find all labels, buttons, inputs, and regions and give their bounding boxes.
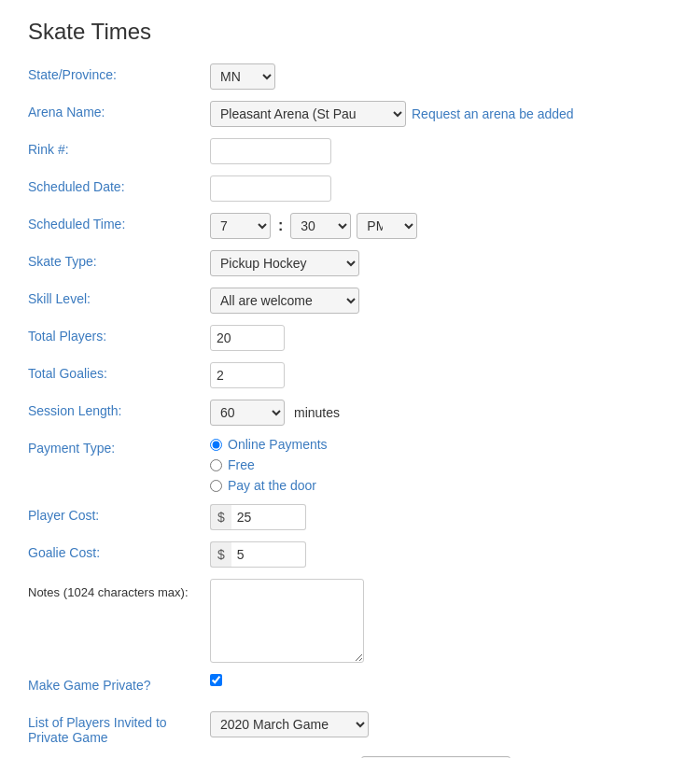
payment-door-option[interactable]: Pay at the door xyxy=(210,478,328,493)
minutes-label: minutes xyxy=(294,405,340,420)
time-hour-select[interactable]: 7 1234 5689 101112 xyxy=(210,213,271,239)
goalies-input[interactable] xyxy=(210,362,285,388)
rink-label: Rink #: xyxy=(28,138,210,157)
rink-input[interactable] xyxy=(210,138,331,164)
state-label: State/Province: xyxy=(28,63,210,82)
players-label: Total Players: xyxy=(28,325,210,344)
session-select[interactable]: 30 45 60 75 90 120 xyxy=(210,400,285,426)
payment-free-radio[interactable] xyxy=(210,459,222,471)
goalie-cost-label: Goalie Cost: xyxy=(28,541,210,560)
private-list-select[interactable]: 2020 March Game Other List xyxy=(210,711,369,737)
payment-door-label: Pay at the door xyxy=(228,478,316,493)
payment-radio-group: Online Payments Free Pay at the door xyxy=(210,437,328,493)
payment-online-label: Online Payments xyxy=(228,437,328,452)
goalies-label: Total Goalies: xyxy=(28,362,210,381)
skate-type-label: Skate Type: xyxy=(28,250,210,269)
goalie-cost-wrap: $ xyxy=(210,541,306,568)
payment-free-label: Free xyxy=(228,457,255,472)
payment-online-option[interactable]: Online Payments xyxy=(210,437,328,452)
player-cost-input[interactable] xyxy=(231,504,306,530)
private-checkbox[interactable] xyxy=(210,674,222,686)
payment-free-option[interactable]: Free xyxy=(210,457,328,472)
players-input[interactable] xyxy=(210,325,285,351)
payment-door-radio[interactable] xyxy=(210,480,222,492)
date-input[interactable]: 03/20/2020 xyxy=(210,175,331,202)
time-ampm-select[interactable]: AM PM xyxy=(357,213,417,239)
time-label: Scheduled Time: xyxy=(28,213,210,232)
page-title: Skate Times xyxy=(28,19,672,45)
payment-label: Payment Type: xyxy=(28,437,210,456)
private-label: Make Game Private? xyxy=(28,674,210,693)
date-label: Scheduled Date: xyxy=(28,175,210,194)
skill-select[interactable]: All are welcome Beginner Intermediate Ad… xyxy=(210,288,359,314)
arena-label: Arena Name: xyxy=(28,101,210,119)
skill-label: Skill Level: xyxy=(28,288,210,306)
time-min-select[interactable]: 30 001545 xyxy=(290,213,351,239)
player-cost-label: Player Cost: xyxy=(28,504,210,523)
private-list-label: List of Players Invited to Private Game xyxy=(28,711,210,745)
state-select[interactable]: MN WI IL ND SD xyxy=(210,63,275,90)
notes-textarea[interactable] xyxy=(210,579,364,663)
payment-online-radio[interactable] xyxy=(210,439,222,451)
arena-select[interactable]: Pleasant Arena (St Pau xyxy=(210,101,406,127)
goalie-cost-input[interactable] xyxy=(231,541,306,568)
skate-type-select[interactable]: Pickup Hockey Figure Skating Open Skate … xyxy=(210,250,359,276)
notes-suffix: (1024 characters max): xyxy=(63,585,189,599)
player-cost-wrap: $ xyxy=(210,504,306,530)
notes-label: Notes (1024 characters max): xyxy=(28,579,210,599)
goalie-cost-dollar: $ xyxy=(210,541,231,568)
add-arena-link[interactable]: Request an arena be added xyxy=(412,106,574,121)
time-colon: : xyxy=(276,218,285,234)
session-label: Session Length: xyxy=(28,400,210,418)
player-cost-dollar: $ xyxy=(210,504,231,530)
